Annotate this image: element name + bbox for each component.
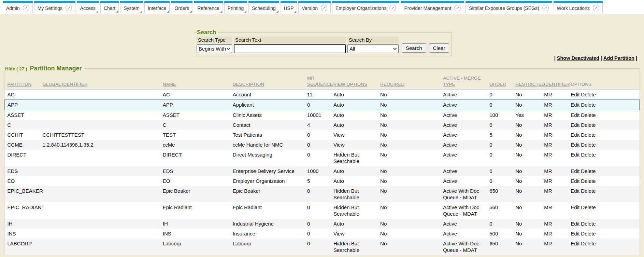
edit-link[interactable]: Edit <box>571 112 579 118</box>
nav-tab-scheduling[interactable]: Scheduling <box>248 1 279 13</box>
delete-link[interactable]: Delete <box>581 102 596 108</box>
edit-link[interactable]: Edit <box>571 102 579 108</box>
open-in-new-window-icon[interactable]: ↗ <box>593 5 599 11</box>
edit-link[interactable]: Edit <box>571 92 579 97</box>
sort-link[interactable]: REQUIRED <box>380 82 404 87</box>
edit-link[interactable]: Edit <box>571 231 579 236</box>
delete-link[interactable]: Delete <box>581 188 596 194</box>
edit-link[interactable]: Edit <box>571 221 579 227</box>
table-cell: Insurance <box>233 229 307 239</box>
edit-link[interactable]: Edit <box>571 132 579 138</box>
delete-link[interactable]: Delete <box>581 122 596 128</box>
sort-link[interactable]: DESCRIPTION <box>233 82 264 87</box>
edit-link[interactable]: Edit <box>571 241 579 246</box>
nav-tab-version[interactable]: Version↗ <box>298 1 331 13</box>
table-row-eo[interactable]: EOEOEmployer Organization5AutoNoActive0N… <box>5 176 640 186</box>
table-cell: Auto <box>333 90 380 100</box>
delete-link[interactable]: Delete <box>581 168 596 174</box>
delete-link[interactable]: Delete <box>581 142 596 148</box>
nav-tab-reference[interactable]: Reference <box>194 1 223 13</box>
nav-tab-printing[interactable]: Printing <box>224 1 247 13</box>
sort-link[interactable]: VIEW OPTIONS <box>333 82 367 87</box>
table-row-epic_beaker[interactable]: EPIC_BEAKEREpic BeakerEpic Beaker0Hidden… <box>5 186 640 202</box>
nav-tab-my-settings[interactable]: My Settings↗ <box>34 1 75 13</box>
table-row-app[interactable]: APPAPPApplicant0AutoNoActive0NoMREdit De… <box>5 100 640 110</box>
sort-link[interactable]: RESTRICTED <box>515 82 545 87</box>
clear-button[interactable]: Clear <box>429 43 449 53</box>
nav-tab-system[interactable]: System <box>120 1 143 13</box>
table-cell: No <box>380 219 443 229</box>
delete-link[interactable]: Delete <box>581 231 596 236</box>
column-header-description: DESCRIPTION <box>233 72 307 90</box>
delete-link[interactable]: Delete <box>581 241 596 246</box>
table-row-direct[interactable]: DIRECTDIRECTDirect Messaging0Hidden But … <box>5 150 640 166</box>
table-cell: Auto <box>333 110 380 120</box>
table-row-ih[interactable]: IHIHIndustrial Hygiene0AutoNoActive0NoMR… <box>5 219 640 229</box>
nav-tab-provider-management[interactable]: Provider Management↗ <box>401 1 464 13</box>
sort-link[interactable]: MR SEQUENCE <box>307 76 333 87</box>
nav-tab-similar-exposure-groups-segs[interactable]: Similar Exposure Groups (SEGs)↗ <box>466 1 552 13</box>
sort-link[interactable]: NAME <box>163 82 176 87</box>
table-row-eds[interactable]: EDSEDSEnterprise Delivery Service1000Aut… <box>5 166 640 176</box>
nav-tab-admin[interactable]: Admin↗ <box>3 1 33 13</box>
delete-link[interactable]: Delete <box>581 221 596 227</box>
open-in-new-window-icon[interactable]: ↗ <box>542 5 549 11</box>
table-cell: ccMe <box>163 140 233 150</box>
add-partition-link[interactable]: Add Partition <box>603 55 634 61</box>
table-row-asset[interactable]: ASSETASSETClinic Assets10001AutoNoActive… <box>5 110 640 120</box>
table-cell: MR <box>544 202 571 219</box>
nav-tab-interface[interactable]: Interface <box>144 1 170 13</box>
sort-link[interactable]: IDENTIFIER <box>544 82 570 87</box>
separator: | <box>636 55 637 61</box>
edit-link[interactable]: Edit <box>571 188 579 194</box>
edit-link[interactable]: Edit <box>571 204 579 210</box>
table-row-cchit[interactable]: CCHITCCHITTESTTESTTESTTest Patients0View… <box>5 130 640 140</box>
search-by-label: Search By <box>347 37 399 43</box>
open-in-new-window-icon[interactable]: ↗ <box>66 5 72 11</box>
table-row-labcorp[interactable]: LABCORPLabcorpLabcorp0Hidden But Searcha… <box>5 239 640 255</box>
edit-link[interactable]: Edit <box>571 152 579 158</box>
search-by-select[interactable]: All <box>347 44 399 53</box>
open-in-new-window-icon[interactable]: ↗ <box>23 5 29 11</box>
sort-link[interactable]: ORDER <box>489 82 506 87</box>
table-row-ccme[interactable]: CCME1.2.840.114398.1.35.2ccMeccMe Handle… <box>5 140 640 150</box>
partition-table: PARTITION GLOBAL IDENTIFIER NAME DESCRIP… <box>4 72 640 255</box>
search-text-input[interactable] <box>234 44 346 53</box>
sort-link[interactable]: GLOBAL IDENTIFIER <box>43 82 88 87</box>
table-row-epic_radiant[interactable]: EPIC_RADIANTEpic RadiantEpic Radiant0Hid… <box>5 202 640 219</box>
nav-tab-work-locations[interactable]: Work Locations↗ <box>554 1 603 13</box>
edit-link[interactable]: Edit <box>571 168 579 174</box>
table-cell: No <box>515 100 544 110</box>
sort-link[interactable]: PARTITION <box>8 82 32 87</box>
search-type-select[interactable]: Begins With <box>197 44 232 53</box>
open-in-new-window-icon[interactable]: ↗ <box>454 5 461 11</box>
nav-tab-employer-organizations[interactable]: Employer Organizations↗ <box>332 1 399 13</box>
delete-link[interactable]: Delete <box>581 178 596 184</box>
dropdown-corner-icon <box>220 11 222 13</box>
table-cell: MR <box>544 120 571 130</box>
nav-tab-hsp[interactable]: HSP <box>281 1 297 13</box>
edit-link[interactable]: Edit <box>571 122 579 128</box>
edit-link[interactable]: Edit <box>571 178 579 184</box>
show-deactivated-link[interactable]: Show Deactivated <box>557 55 599 61</box>
hide-count-link[interactable]: Hide ( 27 ) <box>5 66 27 71</box>
search-buttons: Search Clear <box>402 43 449 53</box>
nav-tab-access[interactable]: Access <box>77 1 99 13</box>
delete-link[interactable]: Delete <box>581 112 596 118</box>
nav-tab-chart[interactable]: Chart <box>100 1 119 13</box>
table-row-ac[interactable]: ACACAccount11AutoNoActive0NoMREdit Delet… <box>5 90 640 100</box>
delete-link[interactable]: Delete <box>581 204 596 210</box>
nav-tab-orders[interactable]: Orders <box>171 1 192 13</box>
open-in-new-window-icon[interactable]: ↗ <box>389 5 396 11</box>
sort-link[interactable]: ACTIVE - MERGE TYPE <box>443 76 481 87</box>
delete-link[interactable]: Delete <box>581 132 596 138</box>
delete-link[interactable]: Delete <box>581 152 596 158</box>
open-in-new-window-icon[interactable]: ↗ <box>321 5 327 11</box>
delete-link[interactable]: Delete <box>581 92 596 97</box>
search-button[interactable]: Search <box>402 43 426 53</box>
column-header-name: NAME <box>163 72 233 90</box>
table-row-c[interactable]: CCContact4AutoNoActive0NoMREdit Delete <box>5 120 640 130</box>
table-row-ins[interactable]: INSINSInsurance0ViewNoActive500NoMREdit … <box>5 229 640 239</box>
table-cell: No <box>380 120 443 130</box>
edit-link[interactable]: Edit <box>571 142 579 148</box>
